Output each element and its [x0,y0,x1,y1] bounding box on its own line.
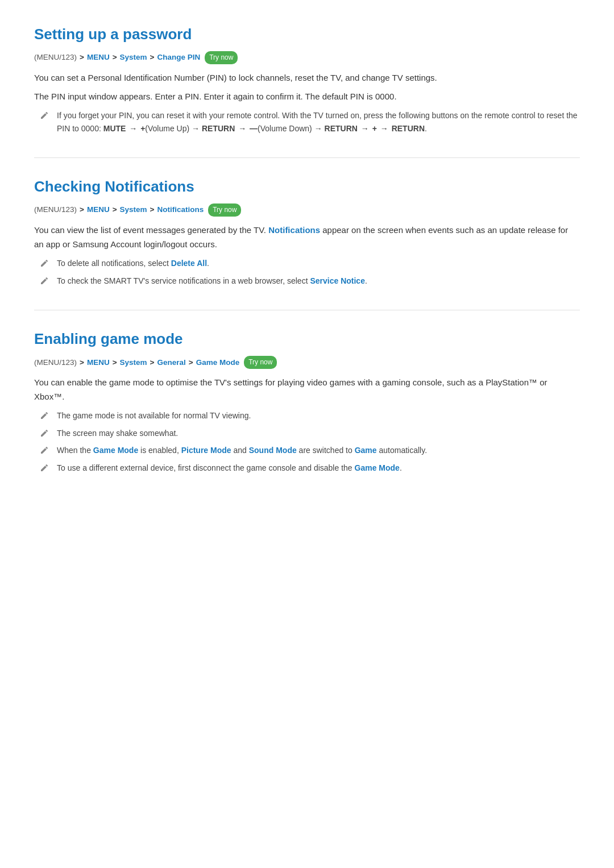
note-text: To check the SMART TV's service notifica… [57,275,367,287]
text-span: is enabled, [138,446,181,455]
section-title: Checking Notifications [34,175,580,199]
highlight-link[interactable]: Sound Mode [249,446,297,455]
breadcrumb-separator: > [113,51,117,64]
breadcrumb-menu-item[interactable]: Game Mode [196,356,240,369]
text-span: To check the SMART TV's service notifica… [57,276,310,285]
note-item: If you forget your PIN, you can reset it… [40,109,580,135]
note-text: If you forget your PIN, you can reset it… [57,109,580,135]
breadcrumb-menu-item[interactable]: General [157,356,185,369]
highlight-link[interactable]: Service Notice [310,276,365,285]
note-list: If you forget your PIN, you can reset it… [40,109,580,135]
breadcrumb-menu-item[interactable]: System [120,356,147,369]
breadcrumb-paren: (MENU/123) [34,356,77,369]
highlight-link[interactable]: Game [355,446,377,455]
text-span: . [400,463,402,472]
text-span: . [425,124,427,133]
breadcrumb-menu-item[interactable]: System [120,51,147,64]
note-icon [40,410,51,422]
note-text: The game mode is not available for norma… [57,409,251,422]
breadcrumb-paren: (MENU/123) [34,51,77,64]
note-list: The game mode is not available for norma… [40,409,580,474]
text-span: When the [57,446,93,455]
highlight-link[interactable]: Notifications [268,225,320,235]
note-text: To delete all notifications, select Dele… [57,257,209,269]
bold-text: — [250,124,258,133]
note-item: The game mode is not available for norma… [40,409,580,422]
text-span: . [365,276,367,285]
text-span: are switched to [297,446,355,455]
breadcrumb-separator: > [80,51,84,64]
text-span: (Volume Up) → [145,124,202,133]
breadcrumb-separator: > [80,356,84,369]
section-divider [34,157,580,158]
note-item: The screen may shake somewhat. [40,427,580,439]
breadcrumb-menu-item[interactable]: Notifications [157,203,204,216]
section-title: Enabling game mode [34,327,580,351]
breadcrumb-separator: > [80,203,84,216]
note-text: To use a different external device, firs… [57,462,402,474]
body-paragraph: You can enable the game mode to optimise… [34,376,580,404]
arrow-text: → [127,124,139,133]
text-span: You can view the list of event messages … [34,225,268,235]
text-span: (Volume Down) → [258,124,324,133]
note-icon [40,445,51,456]
section-checking-notifications: Checking Notifications(MENU/123)>MENU>Sy… [34,175,580,287]
note-icon [40,110,51,122]
breadcrumb-paren: (MENU/123) [34,203,77,216]
note-icon [40,428,51,439]
text-span: To use a different external device, firs… [57,463,355,472]
note-text: The screen may shake somewhat. [57,427,178,439]
highlight-link[interactable]: Picture Mode [181,446,231,455]
note-item: To use a different external device, firs… [40,462,580,474]
note-text: When the Game Mode is enabled, Picture M… [57,444,427,456]
section-divider [34,310,580,310]
note-icon [40,463,51,474]
note-list: To delete all notifications, select Dele… [40,257,580,287]
try-now-badge[interactable]: Try now [205,51,238,64]
text-span: automatically. [377,446,427,455]
breadcrumb: (MENU/123)>MENU>System>NotificationsTry … [34,203,580,217]
note-icon [40,258,51,269]
breadcrumb-separator: > [150,51,155,64]
breadcrumb-menu-item[interactable]: System [120,203,147,216]
text-span: and [231,446,249,455]
try-now-badge[interactable]: Try now [208,203,241,217]
bold-text: RETURN [392,124,425,133]
highlight-link[interactable]: Game Mode [93,446,138,455]
note-item: To check the SMART TV's service notifica… [40,275,580,287]
breadcrumb-menu-item[interactable]: MENU [87,203,110,216]
breadcrumb-separator: > [150,356,155,369]
body-paragraph: You can view the list of event messages … [34,223,580,252]
breadcrumb-separator: > [113,203,117,216]
text-span: The game mode is not available for norma… [57,411,251,420]
text-span: The screen may shake somewhat. [57,429,178,438]
breadcrumb: (MENU/123)>MENU>System>General>Game Mode… [34,356,580,369]
breadcrumb-menu-item[interactable]: MENU [87,356,110,369]
breadcrumb-separator: > [113,356,117,369]
note-item: When the Game Mode is enabled, Picture M… [40,444,580,456]
breadcrumb-separator: > [189,356,193,369]
text-span: To delete all notifications, select [57,259,171,268]
breadcrumb-menu-item[interactable]: Change PIN [157,51,200,64]
section-setting-up-password: Setting up a password(MENU/123)>MENU>Sys… [34,23,580,135]
breadcrumb-separator: > [150,203,155,216]
breadcrumb: (MENU/123)>MENU>System>Change PINTry now [34,51,580,64]
bold-text: RETURN [325,124,358,133]
note-item: To delete all notifications, select Dele… [40,257,580,269]
arrow-text: → [236,124,248,133]
note-icon [40,276,51,287]
arrow-text: → [359,124,371,133]
highlight-link[interactable]: Delete All [171,259,207,268]
bold-text: RETURN [202,124,235,133]
section-enabling-game-mode: Enabling game mode(MENU/123)>MENU>System… [34,327,580,474]
text-span: . [207,259,209,268]
body-paragraph: You can set a Personal Identification Nu… [34,71,580,85]
try-now-badge[interactable]: Try now [244,356,277,369]
section-title: Setting up a password [34,23,580,47]
body-paragraph: The PIN input window appears. Enter a PI… [34,90,580,104]
arrow-text: → [378,124,391,133]
bold-text: + [372,124,377,133]
breadcrumb-menu-item[interactable]: MENU [87,51,110,64]
bold-text: MUTE [103,124,126,133]
highlight-link[interactable]: Game Mode [355,463,400,472]
